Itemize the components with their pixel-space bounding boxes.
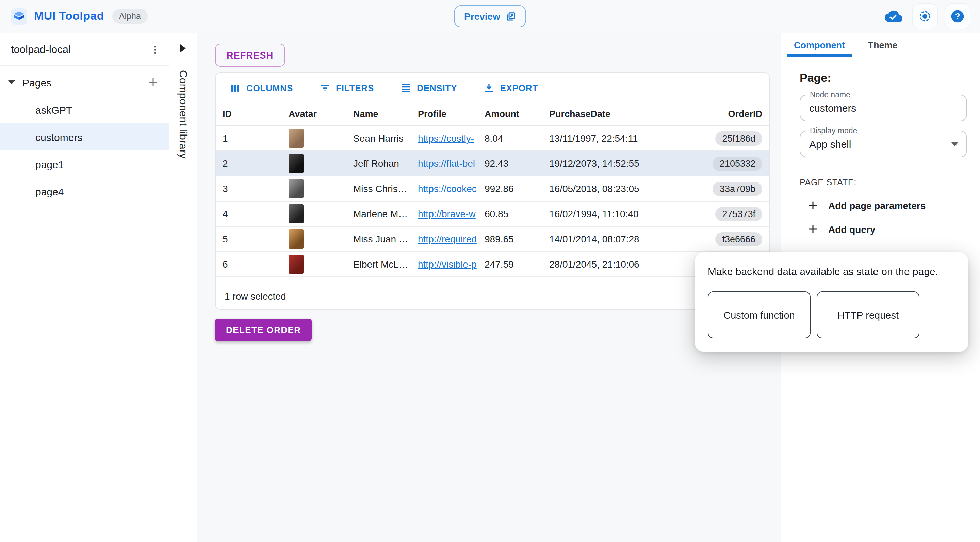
add-page-parameters-button[interactable]: Add page parameters	[800, 199, 967, 211]
cell-name: Miss Juan …	[347, 234, 411, 244]
table-row[interactable]: 4 Marlene M… http://brave-w 60.85 16/02/…	[216, 202, 769, 227]
add-query-label: Add query	[828, 224, 875, 234]
table-row[interactable]: 6 Elbert McL… http://visible-p 247.59 28…	[216, 252, 769, 277]
sidebar-item-page1[interactable]: page1	[0, 150, 169, 178]
add-page-icon[interactable]	[147, 76, 159, 89]
custom-function-button[interactable]: Custom function	[708, 292, 811, 338]
tab-component[interactable]: Component	[787, 33, 852, 56]
refresh-button[interactable]: REFRESH	[215, 43, 285, 67]
chevron-right-icon[interactable]	[180, 44, 186, 53]
help-button[interactable]: ?	[945, 3, 970, 29]
add-page-parameters-label: Add page parameters	[828, 200, 926, 211]
order-id-chip: 33a709b	[713, 182, 762, 196]
node-name-field-label: Node name	[807, 91, 853, 99]
data-grid-toolbar: COLUMNS FILTERS DE	[216, 73, 769, 103]
profile-link[interactable]: http://brave-w	[418, 208, 476, 219]
cell-id: 6	[216, 259, 282, 269]
sidebar-item-askgpt[interactable]: askGPT	[0, 96, 169, 123]
cell-amount: 60.85	[478, 208, 542, 219]
inspector-tabs: Component Theme	[781, 33, 980, 57]
density-button[interactable]: DENSITY	[396, 81, 461, 94]
sidebar-item-page4[interactable]: page4	[0, 178, 169, 205]
plus-icon	[807, 223, 819, 235]
page-item-label: page4	[35, 185, 64, 197]
data-grid-footer: 1 row selected	[216, 283, 769, 309]
table-row[interactable]: 3 Miss Chris… https://cookec 992.86 16/0…	[216, 176, 769, 202]
cell-name: Sean Harris	[347, 133, 411, 143]
column-header-profile[interactable]: Profile	[411, 109, 478, 119]
order-id-chip: 25f186d	[715, 131, 762, 145]
column-header-purchasedate[interactable]: PurchaseDate	[542, 109, 682, 119]
display-mode-select-value[interactable]: App shell	[800, 131, 966, 156]
profile-link[interactable]: http://visible-p	[418, 259, 477, 269]
toolpad-logo	[11, 8, 27, 24]
column-header-avatar[interactable]: Avatar	[282, 109, 347, 119]
avatar	[288, 230, 304, 249]
open-in-new-icon	[506, 11, 516, 21]
page-heading: Page:	[800, 72, 967, 85]
display-mode-select[interactable]: Display mode App shell	[800, 131, 967, 157]
node-name-field-value[interactable]: customers	[800, 95, 966, 121]
table-row-selected[interactable]: 2 Jeff Rohan https://flat-bel 92.43 19/1…	[216, 151, 769, 176]
http-request-button[interactable]: HTTP request	[817, 292, 920, 338]
cell-purchasedate: 14/01/2014, 08:07:28	[542, 234, 682, 244]
profile-link[interactable]: https://cookec	[418, 183, 477, 194]
table-row[interactable]: 1 Sean Harris https://costly- 8.04 13/11…	[216, 126, 769, 151]
column-header-orderid[interactable]: OrderID	[682, 109, 769, 119]
svg-text:?: ?	[955, 11, 960, 21]
brand: MUI Toolpad Alpha	[11, 8, 148, 24]
profile-link[interactable]: http://required	[418, 234, 477, 244]
project-name: toolpad-local	[11, 43, 71, 56]
column-header-amount[interactable]: Amount	[478, 109, 542, 119]
export-button[interactable]: EXPORT	[479, 81, 542, 94]
inspector-body: Page: Node name customers Display mode A…	[781, 72, 980, 235]
cell-purchasedate: 16/02/1994, 11:10:40	[542, 208, 682, 219]
columns-button[interactable]: COLUMNS	[225, 81, 297, 94]
data-grid-column-headers: ID Avatar Name Profile Amount PurchaseDa…	[216, 103, 769, 126]
cell-name: Jeff Rohan	[347, 158, 411, 169]
app-window: MUI Toolpad Alpha Preview	[0, 0, 980, 542]
cell-profile: https://flat-bel	[411, 158, 478, 169]
table-row[interactable]: 5 Miss Juan … http://required 989.65 14/…	[216, 227, 769, 252]
arrow-drop-down-icon	[951, 142, 958, 147]
cell-id: 3	[216, 183, 282, 194]
popup-message: Make backend data available as state on …	[708, 252, 969, 277]
add-query-button[interactable]: Add query	[800, 223, 967, 235]
profile-link[interactable]: https://costly-	[418, 133, 474, 143]
node-name-field[interactable]: Node name customers	[800, 95, 967, 121]
order-id-chip: 275373f	[715, 207, 762, 221]
cell-purchasedate: 13/11/1997, 22:54:11	[542, 133, 682, 143]
cell-orderid: 33a709b	[682, 182, 769, 196]
sidebar-item-customers[interactable]: customers	[0, 123, 169, 150]
app-title: MUI Toolpad	[34, 10, 104, 23]
filters-button[interactable]: FILTERS	[315, 81, 378, 94]
export-button-label: EXPORT	[500, 83, 538, 93]
cell-purchasedate: 16/05/2018, 08:23:05	[542, 183, 682, 194]
tab-theme[interactable]: Theme	[852, 33, 913, 56]
cell-amount: 8.04	[478, 133, 542, 143]
cell-amount: 247.59	[478, 259, 542, 269]
cell-avatar	[282, 154, 347, 173]
cell-purchasedate: 19/12/2073, 14:52:55	[542, 158, 682, 169]
avatar	[288, 129, 304, 148]
density-icon	[400, 82, 411, 94]
preview-button[interactable]: Preview	[454, 5, 526, 27]
column-header-name[interactable]: Name	[347, 109, 411, 119]
delete-order-button[interactable]: DELETE ORDER	[215, 319, 312, 341]
cell-profile: http://required	[411, 234, 478, 244]
avatar	[288, 255, 304, 274]
column-header-id[interactable]: ID	[216, 109, 282, 119]
page-item-label: page1	[35, 158, 64, 170]
cell-profile: https://cookec	[411, 183, 478, 194]
kebab-menu-icon[interactable]	[150, 44, 161, 55]
cell-id: 2	[216, 158, 282, 169]
pages-tree-header[interactable]: Pages	[0, 69, 169, 96]
divider	[800, 167, 967, 168]
cell-avatar	[282, 204, 347, 223]
component-library-panel[interactable]: Component library	[169, 33, 198, 542]
cell-avatar	[282, 255, 347, 274]
avatar	[288, 204, 304, 223]
theme-toggle-button[interactable]	[912, 3, 938, 29]
profile-link[interactable]: https://flat-bel	[418, 158, 475, 169]
top-bar-actions: ?	[885, 0, 970, 33]
